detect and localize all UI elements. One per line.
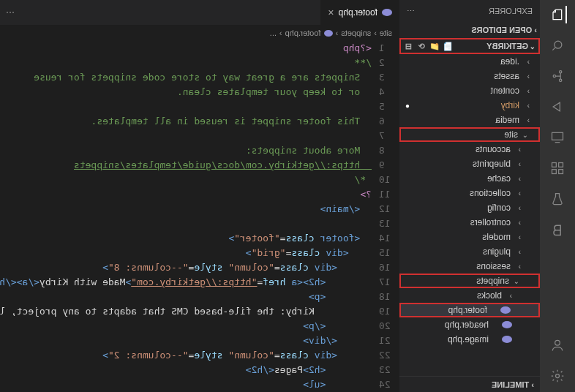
tree-folder[interactable]: ›config bbox=[399, 200, 540, 215]
tab-bar: footer.php × ⋯ bbox=[0, 0, 399, 25]
code-line[interactable]: This footer snippet is reused in all tem… bbox=[0, 114, 372, 129]
code-line[interactable]: More about snippets: bbox=[0, 143, 372, 158]
tree-file[interactable]: header.php bbox=[399, 317, 540, 332]
search-icon[interactable] bbox=[549, 37, 566, 54]
explorer-title: EXPLORER ⋯ bbox=[399, 0, 540, 22]
line-number: 23 bbox=[379, 363, 399, 377]
tree-folder[interactable]: ⌄snippets bbox=[399, 274, 540, 288]
line-number: 7 bbox=[379, 129, 399, 143]
bold-icon[interactable] bbox=[549, 221, 566, 238]
tree-folder[interactable]: ›media bbox=[399, 113, 540, 127]
breadcrumb-segment[interactable]: ... bbox=[270, 29, 277, 37]
workspace-folder[interactable]: ⌄ GETKIRBY 📄 📁 ⟳ ⊟ bbox=[399, 38, 540, 54]
svg-point-2 bbox=[560, 79, 562, 81]
breadcrumb-segment[interactable]: footer.php bbox=[285, 29, 321, 37]
files-icon[interactable] bbox=[549, 6, 567, 23]
code-line[interactable]: <div class="grid"> bbox=[0, 246, 372, 260]
svg-point-10 bbox=[556, 374, 560, 378]
tree-folder[interactable]: ›blocks bbox=[399, 288, 540, 303]
collapse-icon[interactable]: ⊟ bbox=[402, 40, 414, 52]
code-line[interactable]: </main> bbox=[0, 202, 372, 216]
code-line[interactable]: /** bbox=[0, 56, 372, 70]
chevron-icon: › bbox=[521, 102, 530, 110]
tree-folder[interactable]: ›controllers bbox=[399, 215, 540, 230]
tree-folder[interactable]: ›sessions bbox=[399, 259, 540, 274]
tab-footer-php[interactable]: footer.php × bbox=[320, 0, 399, 25]
git-icon[interactable] bbox=[549, 67, 566, 85]
breadcrumb-segment[interactable]: snippets bbox=[341, 29, 371, 37]
tree-folder[interactable]: ›plugins bbox=[399, 244, 540, 259]
tree-folder[interactable]: ⌄site bbox=[399, 127, 540, 142]
code-line[interactable] bbox=[0, 99, 372, 114]
tree-file[interactable]: footer.php bbox=[399, 303, 540, 317]
tree-folder[interactable]: ›accounts bbox=[399, 142, 540, 157]
tree-file[interactable]: image.php bbox=[399, 332, 540, 347]
line-number: 17 bbox=[379, 275, 399, 290]
line-number: 1 bbox=[379, 41, 399, 56]
refresh-icon[interactable]: ⟳ bbox=[416, 40, 427, 52]
line-number: 24 bbox=[379, 377, 399, 392]
tree-item-label: footer.php bbox=[448, 305, 489, 315]
code-line[interactable]: <p> bbox=[0, 290, 372, 304]
testing-icon[interactable] bbox=[549, 190, 566, 208]
timeline-section[interactable]: › TIMELINE bbox=[399, 376, 540, 392]
gear-icon[interactable] bbox=[549, 367, 566, 385]
svg-rect-8 bbox=[552, 170, 557, 174]
new-folder-icon[interactable]: 📁 bbox=[429, 40, 440, 52]
code-line[interactable] bbox=[0, 129, 372, 143]
code-area[interactable]: 1234567891011121314151617181920212223242… bbox=[0, 41, 399, 392]
line-number: 18 bbox=[379, 290, 399, 304]
chevron-icon: › bbox=[512, 146, 521, 154]
tree-folder[interactable]: ›models bbox=[399, 230, 540, 244]
tree-folder[interactable]: ›.idea bbox=[399, 54, 540, 69]
chevron-icon: › bbox=[512, 263, 521, 271]
code-line[interactable]: </div> bbox=[0, 333, 372, 348]
debug-icon[interactable] bbox=[549, 98, 566, 116]
breadcrumb[interactable]: site›snippets›footer.php›... bbox=[0, 25, 399, 41]
extensions-icon[interactable] bbox=[549, 159, 566, 177]
code-line[interactable]: <ul> bbox=[0, 377, 372, 392]
code-line[interactable]: <h2><a href="https://getkirby.com">Made … bbox=[0, 275, 372, 290]
php-icon bbox=[382, 9, 392, 16]
code-line[interactable] bbox=[0, 216, 372, 231]
line-number: 3 bbox=[379, 70, 399, 85]
code-line[interactable]: <?php bbox=[0, 41, 372, 56]
tree-folder[interactable]: ›content bbox=[399, 83, 540, 98]
modified-dot: ● bbox=[405, 102, 410, 110]
chevron-icon: › bbox=[512, 233, 521, 241]
open-editors-section[interactable]: › OPEN EDITORS bbox=[399, 22, 540, 38]
chevron-icon: › bbox=[521, 58, 530, 66]
remote-icon[interactable] bbox=[549, 129, 566, 146]
code-line[interactable]: https://getkirby.com/docs/guide/template… bbox=[0, 158, 372, 173]
svg-rect-5 bbox=[559, 163, 563, 167]
code-line[interactable]: </p> bbox=[0, 319, 372, 333]
code-line[interactable]: or to keep your templates clean. bbox=[0, 85, 372, 99]
code-line[interactable]: Snippets are a great way to store code s… bbox=[0, 70, 372, 85]
chevron-icon: › bbox=[512, 248, 521, 256]
code-line[interactable]: <h2>Pages</h2> bbox=[0, 363, 372, 377]
code-line[interactable]: <div class="column" style="--columns: 8"… bbox=[0, 260, 372, 275]
code-line[interactable]: */ bbox=[0, 173, 372, 187]
code-line[interactable]: <footer class="footer"> bbox=[0, 231, 372, 246]
tree-folder[interactable]: ›collections bbox=[399, 186, 540, 200]
tree-item-label: media bbox=[495, 115, 521, 125]
tab-actions[interactable]: ⋯ bbox=[0, 0, 20, 25]
code-line[interactable]: Kirby: the file-based CMS that adapts to… bbox=[0, 304, 372, 319]
tree-folder[interactable]: ›cache bbox=[399, 171, 540, 186]
svg-rect-6 bbox=[552, 163, 557, 167]
tree-folder[interactable]: ›kirby● bbox=[399, 98, 540, 113]
line-number: 4 bbox=[379, 85, 399, 99]
more-icon[interactable]: ⋯ bbox=[407, 7, 415, 16]
tree-item-label: snippets bbox=[476, 276, 511, 286]
new-file-icon[interactable]: 📄 bbox=[442, 40, 454, 52]
tree-folder[interactable]: ›blueprints bbox=[399, 157, 540, 171]
breadcrumb-segment[interactable]: site bbox=[380, 29, 392, 37]
code-line[interactable]: ?> bbox=[0, 187, 372, 202]
tree-folder[interactable]: ›assets bbox=[399, 69, 540, 83]
line-number: 10 bbox=[379, 173, 399, 187]
code-line[interactable]: <div class="column" style="--columns: 2"… bbox=[0, 348, 372, 363]
code-lines[interactable]: <?php/** Snippets are a great way to sto… bbox=[0, 41, 372, 392]
account-icon[interactable] bbox=[549, 336, 566, 354]
file-tree: ›.idea›assets›content›kirby●›media⌄site›… bbox=[399, 54, 540, 376]
close-icon[interactable]: × bbox=[328, 7, 334, 18]
